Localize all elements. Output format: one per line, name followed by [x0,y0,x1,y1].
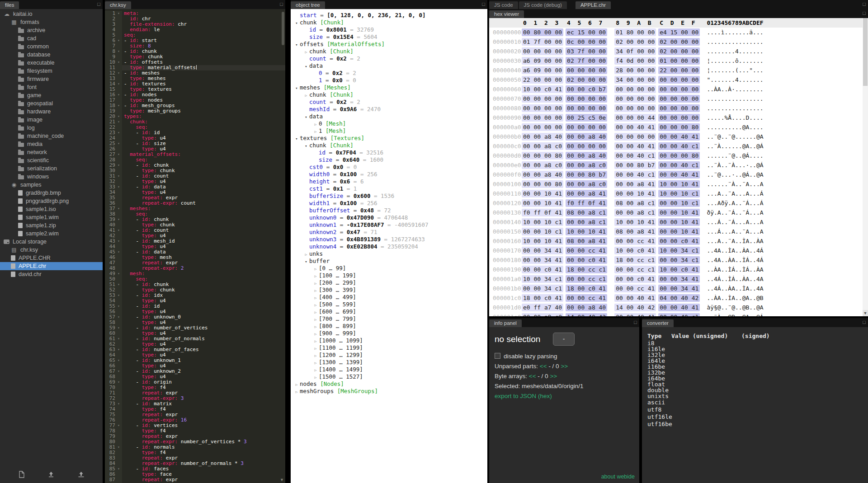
hex-byte-group[interactable]: e4 15 00 00 [658,28,700,36]
fold-arrow-icon[interactable]: ▾ [115,11,122,16]
file-tree-item[interactable]: ☁kaitai.io [0,10,103,18]
object-tree-row[interactable]: width1 = 0x100 = 256 [293,200,487,207]
hex-ascii[interactable]: ................ [707,38,763,45]
hex-row[interactable]: 000001a010 00 34 c100 00 cc c100 00 c0 4… [489,274,868,284]
hex-byte-group[interactable]: a6 09 00 00 [522,66,563,74]
hex-row[interactable]: 0000010000 00 00 8000 00 a8 c000 00 a8 4… [489,179,868,189]
hex-row[interactable]: 0000017000 00 34 4100 00 cc 4110 00 c0 4… [489,246,868,255]
hex-ascii[interactable]: ........4....... [707,48,763,55]
tab-apple-chr[interactable]: APPLE.chr [576,1,611,9]
file-tree-item[interactable]: ▦formats [0,18,103,26]
hex-row[interactable]: 0000006010 00 c0 4100 00 c0 b700 00 00 0… [489,84,868,94]
fold-arrow-icon[interactable]: ▾ [115,293,122,298]
byte-arrays-prev-button[interactable]: << [529,373,536,380]
object-tree-row[interactable]: meshId = 0x9A6 = 2470 [293,106,487,113]
hex-row[interactable]: 00000130f0 ff 0f 4108 00 a8 c100 00 a8 c… [489,208,868,217]
hex-byte-group[interactable]: 00 00 80 b7 [566,171,607,178]
hex-row[interactable]: 0000007000 00 00 0000 00 00 0000 00 00 0… [489,94,868,103]
object-tree-row[interactable]: ▷[1200 … 1299] [293,352,487,359]
hex-ascii[interactable]: ..¨@..¨@......@A [707,133,763,140]
fold-arrow-icon[interactable]: ▾ [115,174,122,179]
fold-arrow-icon[interactable]: ▾ [115,314,122,320]
hex-byte-group[interactable]: 34 00 00 00 [614,76,656,84]
hex-byte-group[interactable]: 18 00 cc c1 [614,256,656,264]
hex-ascii[interactable]: àÿ§@..¨@..@B..@A [707,304,763,311]
hex-byte-group[interactable]: 00 00 cc c1 [566,275,607,283]
file-tree-item[interactable]: archive [0,26,103,34]
object-tree-row[interactable]: ▷0 [Mesh] [293,120,487,127]
file-tree-item[interactable]: common [0,42,103,51]
hex-byte-group[interactable]: 00 00 cc 41 [614,285,656,292]
hex-byte-group[interactable]: 00 00 a8 c0 [522,142,563,150]
fold-arrow-icon[interactable]: ▾ [115,347,122,352]
expanded-icon[interactable]: ▾ [303,258,309,265]
hex-byte-group[interactable]: 00 00 00 80 [658,123,700,131]
object-tree-row[interactable]: ▷[500 … 599] [293,301,487,308]
hex-byte-group[interactable]: 00 00 a8 41 [614,180,656,188]
hex-byte-group[interactable]: 00 00 00 00 [566,123,607,131]
hex-row[interactable]: 000000f000 00 a8 4000 00 80 b700 00 40 c… [489,170,868,179]
new-file-button[interactable] [17,471,26,480]
fold-arrow-icon[interactable]: ▾ [115,141,122,146]
hex-byte-group[interactable]: f0 ff 0f 41 [566,199,607,207]
fold-arrow-icon[interactable]: ▾ [115,92,122,98]
file-tree-item[interactable]: APPLE.chr [0,262,103,270]
hex-row[interactable]: 0000011000 00 10 4100 00 a8 4100 00 10 4… [489,189,868,198]
object-tree-row[interactable]: unknown1 = -0x17E08AF7 = -400591607 [293,221,487,229]
hex-byte-group[interactable]: 02 00 00 00 [658,38,700,46]
object-tree-row[interactable]: unknown4 = 0xE02B804 = 235059204 [293,243,487,250]
hex-byte-group[interactable]: 22 00 00 00 [658,66,700,74]
object-tree-row[interactable]: ▷meshGroups [MeshGroups] [293,388,487,395]
hex-byte-group[interactable]: 00 00 00 00 [658,95,700,103]
hex-byte-group[interactable]: 00 00 cc 41 [614,237,656,245]
object-tree-row[interactable]: unknown3 = 0x4B891389 = 1267274633 [293,236,487,243]
hex-byte-group[interactable]: 08 00 a8 c1 [566,209,607,216]
hex-row[interactable]: 000000b000 00 a8 4000 00 a8 4000 00 00 0… [489,132,868,141]
hex-row[interactable]: 000001d0e0 ff a7 4000 00 a8 4014 00 40 4… [489,303,868,312]
hex-byte-group[interactable]: 00 00 10 41 [658,209,700,216]
hex-byte-group[interactable]: 04 00 40 42 [658,294,700,302]
hex-ascii[interactable]: ..¨@...·..@Á..@A [707,171,763,178]
fold-arrow-icon[interactable]: ▾ [115,304,122,309]
hex-byte-group[interactable]: 00 00 00 00 [658,104,700,112]
hex-ascii[interactable]: ¦.......(..."... [707,67,763,74]
hex-ascii[interactable]: ..4A..ÀA..ÌÁ..4Á [707,257,763,263]
file-tree-item[interactable]: pnggrad8rgb.png [0,197,103,205]
hex-byte-group[interactable]: 00 00 00 80 [522,152,563,159]
hex-byte-group[interactable]: 00 00 10 41 [614,190,656,197]
export-json-hex-link[interactable]: (hex) [538,393,552,399]
hex-row[interactable]: 00000040a6 09 00 0000 00 00 0028 00 00 0… [489,66,868,75]
hex-byte-group[interactable]: 00 00 40 41 [658,171,700,178]
hex-byte-group[interactable]: 00 00 a8 40 [522,171,563,178]
hex-byte-group[interactable]: 00 00 a8 41 [566,190,607,197]
hex-ascii[interactable]: ...Á..¨Á...A...A [707,219,763,225]
hex-row[interactable]: 000001e000 00 a8 c014 00 40 4200 00 40 4… [489,312,868,316]
object-tree-row[interactable]: 1 = 0x0 = 0 [293,77,487,84]
upload-file-button[interactable] [47,471,56,480]
fold-arrow-icon[interactable]: ▾ [115,466,122,472]
hex-byte-group[interactable]: 34 0f 00 00 [614,47,656,55]
about-webide-link[interactable]: about webide [601,474,635,480]
object-tree-row[interactable]: cst0 = 0x0 = 0 [293,164,487,171]
object-tree-row[interactable]: bufferOffset = 0x48 = 72 [293,207,487,214]
file-tree-item[interactable]: font [0,83,103,91]
file-tree-item[interactable]: image [0,116,103,124]
hex-row[interactable]: 0000015000 00 10 c110 00 10 4108 00 a8 4… [489,227,868,236]
object-tree-row[interactable]: count = 0x2 = 2 [293,98,487,106]
file-tree-item[interactable]: log [0,124,103,132]
fold-arrow-icon[interactable]: ▾ [115,423,122,428]
fold-arrow-icon[interactable]: ▾ [115,81,122,87]
hex-byte-group[interactable]: 00 00 a8 c0 [566,180,607,188]
file-tree-item[interactable]: executable [0,59,103,67]
maximize-icon[interactable]: □ [280,1,283,7]
object-tree-row[interactable]: ▷[100 … 199] [293,272,487,279]
hex-byte-group[interactable]: 00 00 a8 c1 [614,209,656,216]
hex-ascii[interactable]: ".......4....... [707,76,763,83]
hex-row[interactable]: 0000018000 00 34 4100 00 c0 4118 00 cc c… [489,255,868,265]
hex-ascii[interactable]: ..ÀA..À·........ [707,86,763,93]
hex-byte-group[interactable]: 00 00 34 41 [658,285,700,292]
hex-byte-group[interactable]: 00 00 40 41 [614,294,656,302]
hex-byte-group[interactable]: 00 00 40 41 [658,133,700,141]
fold-arrow-icon[interactable]: ▾ [115,239,122,244]
hex-byte-group[interactable]: 00 00 40 c1 [614,152,656,159]
